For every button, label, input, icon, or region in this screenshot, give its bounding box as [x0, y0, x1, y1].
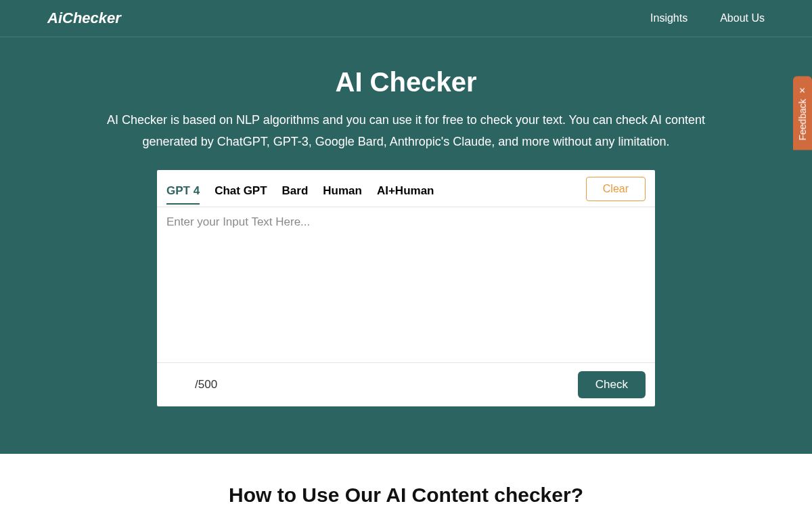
how-to-title: How to Use Our AI Content checker?: [0, 484, 812, 507]
page-subtitle: AI Checker is based on NLP algorithms an…: [88, 110, 724, 152]
logo-text: AiChecker: [47, 9, 121, 27]
how-to-section: How to Use Our AI Content checker? Enter…: [0, 454, 812, 508]
check-button[interactable]: Check: [578, 371, 646, 398]
panel-footer: /500 Check: [157, 362, 655, 406]
main-nav: Insights About Us: [650, 12, 765, 24]
tab-chatgpt[interactable]: Chat GPT: [215, 179, 267, 205]
page-title: AI Checker: [0, 67, 812, 98]
nav-link-insights[interactable]: Insights: [650, 12, 687, 24]
tab-ai-human[interactable]: AI+Human: [377, 179, 434, 205]
main-header: AiChecker Insights About Us: [0, 0, 812, 37]
feedback-icon: ✕: [798, 85, 807, 95]
clear-button[interactable]: Clear: [586, 177, 646, 201]
tabs-row: GPT 4 Chat GPT Bard Human AI+Human Clear: [157, 170, 655, 207]
tab-bard[interactable]: Bard: [282, 179, 309, 205]
tab-gpt4[interactable]: GPT 4: [166, 179, 200, 205]
word-counter: /500: [166, 378, 217, 391]
checker-panel: GPT 4 Chat GPT Bard Human AI+Human Clear…: [157, 170, 655, 406]
logo[interactable]: AiChecker: [47, 9, 121, 27]
tab-human[interactable]: Human: [323, 179, 362, 205]
hero-section: AI Checker AI Checker is based on NLP al…: [0, 37, 812, 454]
tabs: GPT 4 Chat GPT Bard Human AI+Human: [166, 179, 434, 205]
feedback-tab[interactable]: Feedback ✕: [793, 76, 812, 150]
feedback-label: Feedback: [797, 99, 808, 140]
nav-link-about[interactable]: About Us: [720, 12, 765, 24]
input-textarea[interactable]: [157, 207, 655, 360]
